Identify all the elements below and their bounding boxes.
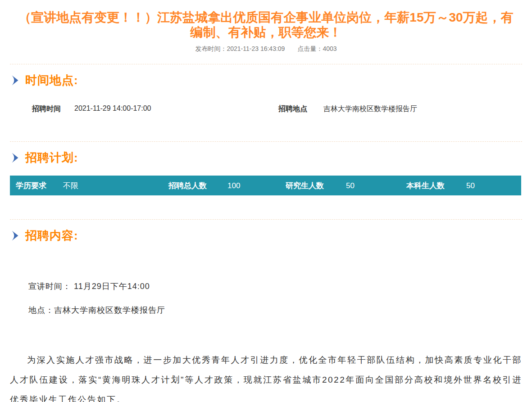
total-count-label: 招聘总人数 [168, 176, 207, 196]
total-count-value: 100 [227, 176, 240, 196]
article-meta: 发布时间：2021-11-23 16:43:09点击量：4003 [0, 45, 532, 53]
views-label: 点击量： [297, 45, 323, 52]
undergrad-count-label: 本科生人数 [406, 176, 445, 196]
education-label: 学历要求 [16, 176, 46, 196]
education-value: 不限 [63, 176, 78, 196]
section-heading-time-place: 时间地点: [11, 72, 532, 88]
undergrad-count-value: 50 [466, 176, 475, 196]
views-count: 4003 [323, 45, 336, 52]
chevron-right-icon [11, 230, 18, 241]
lecture-place-line: 地点：吉林大学南校区数学楼报告厅 [28, 305, 532, 315]
section-heading-label: 招聘内容: [25, 227, 78, 244]
lecture-time-line: 宣讲时间： 11月29日下午14:00 [28, 281, 532, 291]
section-heading-plan: 招聘计划: [11, 149, 532, 166]
chevron-right-icon [11, 75, 18, 86]
recruit-place-label: 招聘地点 [278, 104, 307, 114]
recruit-time-value: 2021-11-29 14:00-17:00 [74, 104, 151, 113]
section-divider [10, 64, 522, 64]
time-place-row: 招聘时间 2021-11-29 14:00-17:00 招聘地点 吉林大学南校区… [0, 104, 532, 113]
publish-time-label: 发布时间： [195, 45, 227, 52]
section-heading-label: 时间地点: [25, 72, 78, 88]
article-page: （宣讲地点有变更！！）江苏盐城拿出优质国有企事业单位岗位，年薪15万～30万起，… [0, 0, 532, 402]
section-divider [10, 219, 522, 220]
recruit-place-value: 吉林大学南校区数学楼报告厅 [323, 104, 417, 114]
recruit-time-label: 招聘时间 [32, 104, 61, 114]
recruit-plan-header-row: 学历要求 不限 招聘总人数 100 研究生人数 50 本科生人数 50 [10, 176, 521, 195]
graduate-count-label: 研究生人数 [286, 176, 324, 196]
section-heading-content: 招聘内容: [11, 227, 532, 244]
section-heading-label: 招聘计划: [25, 149, 78, 166]
chevron-right-icon [11, 153, 18, 163]
publish-time-value: 2021-11-23 16:43:09 [227, 45, 285, 52]
section-divider [10, 141, 522, 142]
graduate-count-value: 50 [346, 176, 355, 196]
announcement-paragraph: 为深入实施人才强市战略，进一步加大优秀青年人才引进力度，优化全市年轻干部队伍结构… [10, 350, 522, 402]
page-title: （宣讲地点有变更！！）江苏盐城拿出优质国有企事业单位岗位，年薪15万～30万起，… [0, 0, 532, 40]
